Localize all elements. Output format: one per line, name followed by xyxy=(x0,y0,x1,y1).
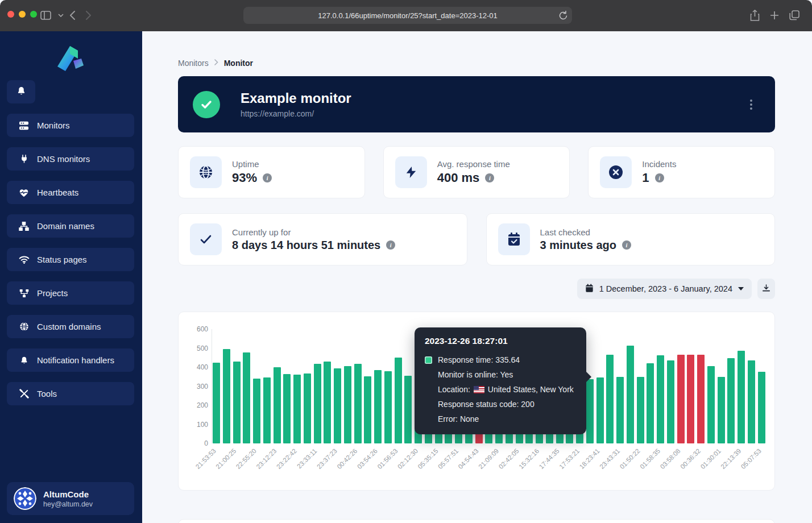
last-checked-value: 3 minutes ago xyxy=(540,239,616,252)
chart-bar[interactable] xyxy=(616,377,624,443)
x-axis-label: 01:30:01 xyxy=(699,447,722,470)
app-logo[interactable] xyxy=(7,39,134,80)
chart-bar[interactable] xyxy=(667,360,674,443)
info-icon[interactable]: i xyxy=(263,173,272,182)
bolt-icon xyxy=(395,156,427,188)
x-axis-label: 22:55:20 xyxy=(235,447,258,470)
chevron-right-icon xyxy=(214,59,218,67)
chart-bar[interactable] xyxy=(233,362,241,443)
chart-bar[interactable] xyxy=(334,368,341,443)
chart-bar[interactable] xyxy=(354,364,362,443)
x-axis-label: 01:56:53 xyxy=(376,447,399,470)
chart-bar[interactable] xyxy=(727,358,735,443)
sidebar-item-notification-handlers[interactable]: Notification handlers xyxy=(7,348,134,372)
monitor-menu-button[interactable] xyxy=(747,94,756,115)
sidebar-item-status-pages[interactable]: Status pages xyxy=(7,248,134,271)
sidebar-item-dns-monitors[interactable]: DNS monitors xyxy=(7,147,134,171)
info-icon[interactable]: i xyxy=(485,173,494,182)
x-axis-label: 21:00:25 xyxy=(214,447,237,470)
chart-bar[interactable] xyxy=(748,360,755,443)
address-bar[interactable]: 127.0.0.1/66uptime/monitor/25?start_date… xyxy=(243,7,572,24)
chart-bar[interactable] xyxy=(707,366,715,443)
x-axis-label: 22:13:39 xyxy=(719,447,742,470)
sidebar-toggle-icon[interactable] xyxy=(37,7,54,24)
chart-bar[interactable] xyxy=(697,355,705,443)
share-icon[interactable] xyxy=(746,7,763,24)
uptime-duration-value: 8 days 14 hours 51 minutes xyxy=(232,239,380,252)
chart-bar[interactable] xyxy=(274,367,281,443)
chart-bar[interactable] xyxy=(283,374,291,443)
back-button[interactable] xyxy=(64,7,81,24)
x-axis-label: 21:53:53 xyxy=(194,447,217,470)
monitor-url[interactable]: https://example.com/ xyxy=(241,109,351,118)
chart-bar[interactable] xyxy=(738,351,745,443)
globe-icon xyxy=(190,156,222,188)
new-tab-icon[interactable] xyxy=(766,7,783,24)
window-minimize-button[interactable] xyxy=(19,11,26,18)
y-axis-line xyxy=(212,329,212,443)
heart-pulse-icon xyxy=(18,188,30,197)
response-time-chart: 0100200300400500600 21:53:5321:00:2522:5… xyxy=(178,312,775,491)
y-axis-label: 600 xyxy=(179,325,208,333)
chart-bar[interactable] xyxy=(243,352,250,443)
sidebar-item-tools[interactable]: Tools xyxy=(7,382,134,405)
chart-bar[interactable] xyxy=(344,366,351,443)
sidebar-notifications-button[interactable] xyxy=(7,80,35,103)
chart-bar[interactable] xyxy=(758,372,765,443)
next-section-card xyxy=(178,519,775,523)
chart-bar[interactable] xyxy=(253,379,260,443)
x-axis-label: 05:57:51 xyxy=(437,447,459,470)
tab-overview-icon[interactable] xyxy=(786,7,803,24)
info-icon[interactable]: i xyxy=(622,240,631,250)
user-account-card[interactable]: AltumCode hey@altum.dev xyxy=(7,482,134,515)
chart-bar[interactable] xyxy=(586,379,594,443)
info-icon[interactable]: i xyxy=(655,173,664,182)
sidebar: Dashboard MonitorsDNS monitorsHeartbeats… xyxy=(0,31,142,523)
uptime-label: Uptime xyxy=(232,159,272,169)
chart-bar[interactable] xyxy=(395,358,402,443)
calendar-check-icon xyxy=(498,223,530,255)
x-axis-label: 21:09:09 xyxy=(477,447,500,470)
wifi-icon xyxy=(18,255,30,264)
date-range-picker[interactable]: 1 December, 2023 - 6 January, 2024 xyxy=(577,279,752,299)
chart-bar[interactable] xyxy=(384,371,392,443)
sidebar-item-projects[interactable]: Projects xyxy=(7,281,134,305)
chart-bar[interactable] xyxy=(314,364,321,443)
chart-bar[interactable] xyxy=(304,373,311,443)
url-text: 127.0.0.1/66uptime/monitor/25?start_date… xyxy=(318,11,497,20)
chart-bar[interactable] xyxy=(657,355,664,443)
breadcrumb-monitors-link[interactable]: Monitors xyxy=(178,59,209,68)
x-axis-label: 03:54:26 xyxy=(356,447,379,470)
chart-bar[interactable] xyxy=(718,377,725,443)
download-report-button[interactable] xyxy=(757,279,775,299)
tooltip-response-time: Response time: 335.64 xyxy=(438,352,520,367)
sidebar-item-domain-names[interactable]: Domain names xyxy=(7,214,134,238)
forward-button[interactable] xyxy=(80,7,97,24)
breadcrumb-current: Monitor xyxy=(224,59,253,68)
chart-bar[interactable] xyxy=(596,377,604,443)
chart-bar[interactable] xyxy=(404,376,412,443)
chart-bar[interactable] xyxy=(364,376,371,443)
y-axis-label: 500 xyxy=(179,344,208,352)
window-close-button[interactable] xyxy=(7,11,14,18)
sidebar-item-custom-domains[interactable]: Custom domains xyxy=(7,315,134,338)
chart-bar[interactable] xyxy=(263,377,271,443)
chart-bar[interactable] xyxy=(324,362,331,443)
user-name: AltumCode xyxy=(43,489,93,499)
chart-bar[interactable] xyxy=(223,349,230,443)
chart-bar[interactable] xyxy=(213,363,220,443)
chart-bar[interactable] xyxy=(687,355,694,443)
chart-bar[interactable] xyxy=(637,377,644,443)
info-icon[interactable]: i xyxy=(386,240,395,250)
reload-icon[interactable] xyxy=(559,10,567,22)
chart-bar[interactable] xyxy=(627,346,634,443)
chart-bar[interactable] xyxy=(677,355,685,443)
window-zoom-button[interactable] xyxy=(30,11,37,18)
chart-bar[interactable] xyxy=(606,355,614,443)
chart-bar[interactable] xyxy=(293,375,301,443)
sidebar-item-monitors[interactable]: Monitors xyxy=(7,114,134,137)
sidebar-item-heartbeats[interactable]: Heartbeats xyxy=(7,181,134,204)
chart-bar[interactable] xyxy=(647,363,654,443)
x-axis-label: 23:12:23 xyxy=(255,447,277,470)
chart-bar[interactable] xyxy=(374,370,382,443)
